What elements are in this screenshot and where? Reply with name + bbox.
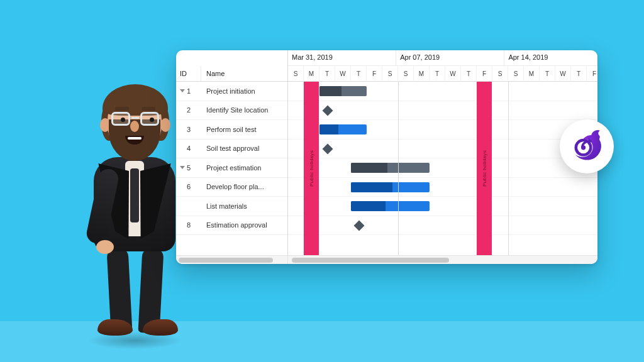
day-header: W xyxy=(335,66,351,82)
holiday-marker: Public holidays xyxy=(304,82,319,255)
task-row[interactable]: 3Perform soil test xyxy=(176,120,287,140)
week-label: Apr 07, 2019 xyxy=(396,50,504,65)
task-name: Identify Site location xyxy=(201,106,287,114)
task-grid: ID Name 1Project initiation2Identify Sit… xyxy=(176,50,288,255)
timeline-row xyxy=(288,82,597,101)
day-header: S xyxy=(288,66,304,82)
expand-caret-icon[interactable] xyxy=(180,166,185,169)
day-header: M xyxy=(524,66,540,82)
day-header: T xyxy=(461,66,477,82)
week-divider xyxy=(508,82,509,255)
task-name: List materials xyxy=(201,202,287,210)
day-header: W xyxy=(445,66,461,82)
holiday-label: Public holidays xyxy=(309,150,314,187)
gantt-bar-progress xyxy=(319,86,341,96)
milestone-marker[interactable] xyxy=(322,105,333,116)
task-id: 4 xyxy=(187,145,191,152)
day-header: T xyxy=(430,66,445,82)
task-id: 5 xyxy=(187,164,191,172)
gantt-bar[interactable] xyxy=(319,86,367,96)
timeline-row xyxy=(288,178,597,197)
task-id: 2 xyxy=(187,106,191,114)
day-header: F xyxy=(587,66,597,82)
task-name: Project initiation xyxy=(201,87,287,95)
timeline-row xyxy=(288,140,597,159)
task-row[interactable]: 2Identify Site location xyxy=(176,101,287,121)
timeline-hscroll[interactable] xyxy=(288,256,597,264)
gantt-bar[interactable] xyxy=(351,201,430,211)
task-name: Soil test approval xyxy=(201,145,287,152)
column-header-name[interactable]: Name xyxy=(201,66,287,81)
day-header: M xyxy=(304,66,319,82)
task-row[interactable]: 4Soil test approval xyxy=(176,140,287,159)
day-header: F xyxy=(477,66,492,82)
column-header-id[interactable]: ID xyxy=(176,66,201,81)
task-row[interactable]: 6Develop floor pla... xyxy=(176,178,287,197)
milestone-marker[interactable] xyxy=(353,220,364,231)
expand-caret-icon[interactable] xyxy=(180,89,185,92)
day-header: T xyxy=(319,66,335,82)
day-header: T xyxy=(540,66,555,82)
day-header: S xyxy=(398,66,414,82)
gantt-bar-progress xyxy=(351,163,387,173)
day-header: T xyxy=(351,66,367,82)
gantt-bar-progress xyxy=(351,201,386,211)
task-row[interactable]: 8Estimation approval xyxy=(176,216,287,236)
task-id: 8 xyxy=(187,221,191,229)
week-divider xyxy=(398,82,399,255)
task-name: Project estimation xyxy=(201,164,287,172)
timeline-row xyxy=(288,120,597,140)
task-name: Develop floor pla... xyxy=(201,183,287,190)
stage: ID Name 1Project initiation2Identify Sit… xyxy=(0,0,644,362)
day-header: S xyxy=(492,66,508,82)
gantt-panel: ID Name 1Project initiation2Identify Sit… xyxy=(176,50,597,264)
floor xyxy=(0,321,644,362)
day-header: S xyxy=(382,66,398,82)
timeline-body[interactable]: Public holidaysPublic holidays xyxy=(288,82,597,255)
gantt-bar[interactable] xyxy=(351,182,430,192)
week-label: Apr 14, 2019 xyxy=(504,50,597,65)
timeline-header: Mar 31, 2019Apr 07, 2019Apr 14, 2019 SMT… xyxy=(288,50,597,82)
timeline: Mar 31, 2019Apr 07, 2019Apr 14, 2019 SMT… xyxy=(288,50,597,255)
day-header: M xyxy=(414,66,430,82)
day-header: W xyxy=(555,66,571,82)
task-grid-hscroll[interactable] xyxy=(176,256,288,264)
task-name: Perform soil test xyxy=(201,126,287,133)
timeline-row xyxy=(288,197,597,216)
timeline-row xyxy=(288,216,597,236)
timeline-row xyxy=(288,158,597,178)
holiday-marker: Public holidays xyxy=(477,82,492,255)
gantt-bar-progress xyxy=(351,182,392,192)
task-row[interactable]: 5Project estimation xyxy=(176,158,287,178)
timeline-row xyxy=(288,101,597,121)
task-row[interactable]: 1Project initiation xyxy=(176,82,287,101)
milestone-marker[interactable] xyxy=(322,143,333,154)
scrollbars xyxy=(176,255,597,264)
task-id: 1 xyxy=(187,87,191,95)
task-id: 6 xyxy=(187,183,191,190)
day-header: T xyxy=(571,66,587,82)
svg-point-1 xyxy=(581,145,586,150)
task-id: 3 xyxy=(187,126,191,133)
gantt-bar[interactable] xyxy=(319,124,367,134)
gantt-bar-progress xyxy=(319,124,338,134)
task-grid-header: ID Name xyxy=(176,50,287,82)
holiday-label: Public holidays xyxy=(482,150,487,187)
task-row[interactable]: List materials xyxy=(176,197,287,216)
gantt-bar[interactable] xyxy=(351,163,430,173)
week-label: Mar 31, 2019 xyxy=(288,50,396,65)
blazor-logo-icon xyxy=(560,119,614,173)
task-name: Estimation approval xyxy=(201,221,287,229)
day-header: F xyxy=(367,66,382,82)
day-header: S xyxy=(508,66,524,82)
